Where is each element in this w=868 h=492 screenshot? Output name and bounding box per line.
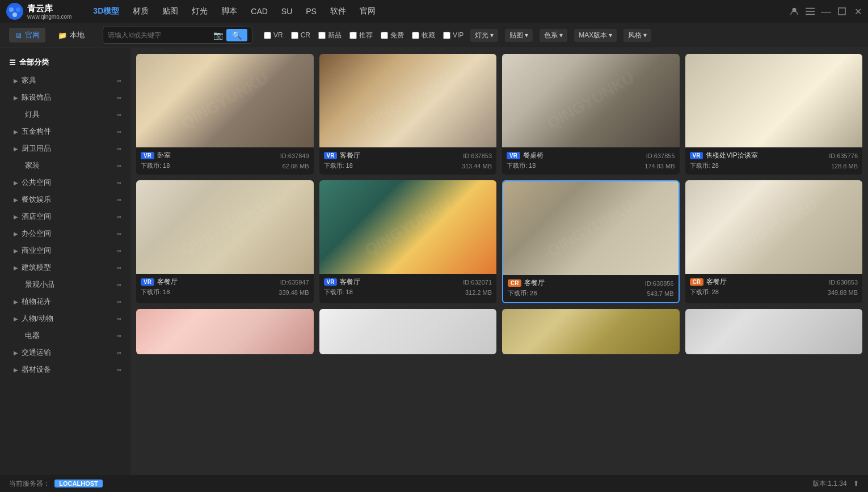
filter-cr[interactable]: CR bbox=[291, 31, 310, 39]
model-card-card1[interactable]: QINGYUNKU VR 卧室 ID:637849 下载币: 18 62.08 … bbox=[136, 54, 314, 175]
sidebar-item-left: ▶ 交通运输 bbox=[14, 347, 51, 358]
model-card-card10[interactable] bbox=[319, 309, 497, 354]
nav-item-ps[interactable]: PS bbox=[306, 7, 317, 16]
nav-item-3d[interactable]: 3D模型 bbox=[93, 6, 119, 16]
sidebar-item-plant[interactable]: ▶ 植物花卉 ∞ bbox=[0, 293, 130, 310]
filter-free[interactable]: 免费 bbox=[381, 31, 404, 40]
sidebar-item-landscape[interactable]: 景观小品 ∞ bbox=[0, 276, 130, 293]
sidebar-all-categories[interactable]: ☰ 全部分类 bbox=[0, 53, 130, 72]
model-card-card12[interactable] bbox=[685, 309, 863, 354]
nav-item-cad[interactable]: CAD bbox=[251, 7, 268, 16]
nav-item-texture[interactable]: 贴图 bbox=[162, 6, 178, 16]
sidebar-item-building[interactable]: ▶ 建筑模型 ∞ bbox=[0, 259, 130, 276]
model-card-card6[interactable]: QINGYUNKU VR 客餐厅 ID:632071 下载币: 18 312.2… bbox=[319, 180, 497, 303]
filter-recommend[interactable]: 推荐 bbox=[349, 31, 373, 40]
close-button[interactable]: ✕ bbox=[853, 7, 862, 16]
card-file-size: 312.2 MB bbox=[465, 289, 492, 296]
search-input[interactable] bbox=[108, 31, 210, 39]
sidebar-item-hotel[interactable]: ▶ 酒店空间 ∞ bbox=[0, 208, 130, 225]
card-title-row: CR 客餐厅 bbox=[508, 278, 545, 288]
sidebar-item-people[interactable]: ▶ 人物/动物 ∞ bbox=[0, 310, 130, 327]
sidebar-item-count: ∞ bbox=[117, 315, 121, 322]
card-download-cost: 下载币: 28 bbox=[508, 289, 537, 298]
filter-vip[interactable]: VIP bbox=[443, 31, 464, 39]
filter-new[interactable]: 新品 bbox=[318, 31, 342, 40]
sidebar-item-equipment[interactable]: ▶ 器材设备 ∞ bbox=[0, 361, 130, 378]
filter-vr[interactable]: VR bbox=[264, 31, 283, 39]
arrow-icon: ▶ bbox=[14, 367, 18, 373]
sidebar-item-transport[interactable]: ▶ 交通运输 ∞ bbox=[0, 344, 130, 361]
sidebar-item-count: ∞ bbox=[117, 179, 121, 186]
nav-item-su[interactable]: SU bbox=[281, 7, 292, 16]
model-card-card7[interactable]: QINGYUNKU CR 客餐厅 ID:630856 下载币: 28 543.7… bbox=[502, 180, 680, 303]
dropdown-texture[interactable]: 贴图 ▾ bbox=[505, 29, 533, 42]
card-info: CR 客餐厅 ID:630856 下载币: 28 543.7 MB bbox=[503, 275, 679, 302]
sidebar-item-count: ∞ bbox=[117, 162, 121, 169]
watermark: QINGYUNKU bbox=[503, 181, 679, 275]
sidebar-item-count: ∞ bbox=[117, 196, 121, 203]
sidebar-item-furniture[interactable]: ▶ 家具 ∞ bbox=[0, 72, 130, 89]
card-title-row: VR 客餐厅 bbox=[141, 277, 178, 287]
sidebar-item-count: ∞ bbox=[117, 332, 121, 339]
monitor-icon: 🖥 bbox=[15, 31, 22, 40]
sidebar-item-home[interactable]: 家装 ∞ bbox=[0, 157, 130, 174]
card-info: VR 卧室 ID:637849 下载币: 18 62.08 MB bbox=[136, 147, 314, 175]
model-card-card3[interactable]: QINGYUNKU VR 餐桌椅 ID:637855 下载币: 18 174.8… bbox=[502, 54, 680, 175]
model-card-card11[interactable] bbox=[502, 309, 680, 354]
nav-item-official[interactable]: 官网 bbox=[360, 6, 376, 16]
dropdown-maxver[interactable]: MAX版本 ▾ bbox=[574, 29, 617, 42]
sidebar-item-count: ∞ bbox=[117, 298, 121, 305]
model-card-card8[interactable]: QINGYUNKU CR 客餐厅 ID:630853 下载币: 28 349.8… bbox=[685, 180, 863, 303]
card-model-id: ID:637853 bbox=[463, 152, 492, 159]
sidebar-item-office[interactable]: ▶ 办公空间 ∞ bbox=[0, 225, 130, 242]
filter-collect[interactable]: 收藏 bbox=[412, 31, 435, 40]
dropdown-color[interactable]: 色系 ▾ bbox=[540, 29, 567, 42]
card-file-size: 62.08 MB bbox=[282, 163, 309, 169]
sidebar-item-public[interactable]: ▶ 公共空间 ∞ bbox=[0, 174, 130, 191]
card-download-cost: 下载币: 18 bbox=[507, 162, 536, 170]
maximize-button[interactable] bbox=[837, 7, 846, 16]
sidebar-item-label: 器材设备 bbox=[22, 364, 51, 375]
sidebar-item-left: ▶ 公共空间 bbox=[14, 177, 51, 188]
sidebar-item-hardware[interactable]: ▶ 五金构件 ∞ bbox=[0, 123, 130, 140]
nav-item-software[interactable]: 软件 bbox=[330, 6, 346, 16]
search-button[interactable]: 🔍 bbox=[226, 29, 247, 41]
model-card-card9[interactable] bbox=[136, 309, 314, 354]
tab-online[interactable]: 🖥 官网 bbox=[9, 28, 45, 43]
sidebar-item-count: ∞ bbox=[117, 349, 121, 356]
user-icon[interactable] bbox=[790, 7, 799, 16]
sidebar-item-count: ∞ bbox=[117, 264, 121, 271]
server-badge: LOCALHOST bbox=[54, 480, 102, 487]
card-info-top: VR 客餐厅 ID:632071 bbox=[324, 277, 492, 287]
logo[interactable]: 青云库 www.qingmo.com bbox=[6, 2, 71, 20]
sidebar-item-restaurant[interactable]: ▶ 餐饮娱乐 ∞ bbox=[0, 191, 130, 208]
nav-item-material[interactable]: 材质 bbox=[133, 6, 149, 16]
card-file-size: 174.83 MB bbox=[644, 163, 675, 169]
sidebar-item-appliance[interactable]: 电器 ∞ bbox=[0, 327, 130, 344]
upload-icon[interactable]: ⬆ bbox=[853, 480, 859, 487]
nav-item-script[interactable]: 脚本 bbox=[221, 6, 237, 16]
dropdown-style[interactable]: 风格 ▾ bbox=[623, 29, 651, 42]
nav-item-light[interactable]: 灯光 bbox=[192, 6, 208, 16]
sidebar-item-kitchen[interactable]: ▶ 厨卫用品 ∞ bbox=[0, 140, 130, 157]
sidebar-item-label: 景观小品 bbox=[25, 279, 54, 290]
minimize-button[interactable]: — bbox=[821, 7, 831, 16]
model-card-card4[interactable]: QINGYUNKU VR 售楼处VIP洽谈室 ID:635776 下载币: 28… bbox=[685, 54, 863, 175]
sidebar-item-lamp[interactable]: 灯具 ∞ bbox=[0, 106, 130, 123]
arrow-icon: ▶ bbox=[14, 197, 18, 203]
model-card-card2[interactable]: QINGYUNKU VR 客餐厅 ID:637853 下载币: 18 313.4… bbox=[319, 54, 497, 175]
sidebar-item-commercial[interactable]: ▶ 商业空间 ∞ bbox=[0, 242, 130, 259]
card-title-row: VR 客餐厅 bbox=[324, 151, 361, 160]
model-card-card5[interactable]: QINGYUNKU VR 客餐厅 ID:635947 下载币: 18 339.4… bbox=[136, 180, 314, 303]
model-grid: QINGYUNKU VR 卧室 ID:637849 下载币: 18 62.08 … bbox=[136, 54, 862, 354]
sidebar-item-decor[interactable]: ▶ 陈设饰品 ∞ bbox=[0, 89, 130, 106]
tab-local[interactable]: 📁 本地 bbox=[52, 28, 90, 43]
dropdown-light[interactable]: 灯光 ▾ bbox=[470, 29, 498, 42]
content-area: QINGYUNKU VR 卧室 ID:637849 下载币: 18 62.08 … bbox=[130, 48, 868, 475]
arrow-icon: ▶ bbox=[14, 265, 18, 271]
camera-icon[interactable]: 📷 bbox=[213, 31, 223, 40]
filter-bar: 🖥 官网 📁 本地 📷 🔍 VR CR 新品 推荐 免费 收藏 VIP 灯光 ▾… bbox=[0, 23, 868, 48]
menu-icon[interactable] bbox=[806, 7, 815, 16]
version-label: 版本:1.1.34 bbox=[812, 480, 847, 487]
badge-cr: CR bbox=[690, 278, 703, 286]
